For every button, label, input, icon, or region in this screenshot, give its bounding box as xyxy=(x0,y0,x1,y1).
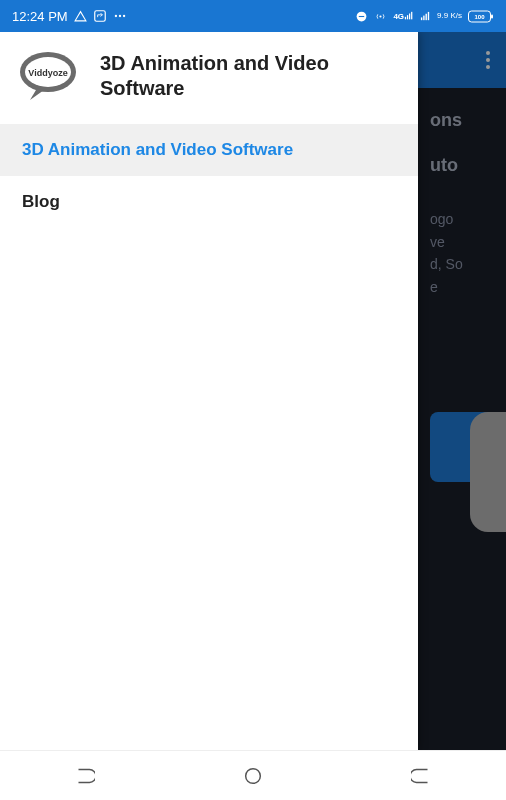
nav-item-label: Blog xyxy=(22,192,60,211)
dnd-icon xyxy=(355,10,368,23)
svg-rect-5 xyxy=(359,15,364,16)
svg-rect-14 xyxy=(428,11,429,19)
svg-point-21 xyxy=(246,768,261,783)
nav-item-blog[interactable]: Blog xyxy=(0,176,418,228)
nav-item-3d-animation[interactable]: 3D Animation and Video Software xyxy=(0,124,418,176)
svg-text:100: 100 xyxy=(474,14,485,20)
triangle-icon xyxy=(74,10,87,23)
more-notifications-icon xyxy=(113,9,127,23)
svg-point-1 xyxy=(114,15,116,17)
drawer-title: 3D Animation and Video Software xyxy=(100,51,404,101)
battery-icon: 100 xyxy=(468,10,494,23)
status-bar: 12:24 PM 4G 9.9 K/s 100 xyxy=(0,0,506,32)
svg-rect-10 xyxy=(411,12,412,19)
svg-rect-12 xyxy=(423,15,424,20)
recents-button[interactable] xyxy=(56,760,112,792)
svg-rect-0 xyxy=(94,11,105,22)
drawer-header: Viddyoze 3D Animation and Video Software xyxy=(0,32,418,124)
home-button[interactable] xyxy=(225,760,281,792)
back-button[interactable] xyxy=(394,760,450,792)
svg-rect-16 xyxy=(491,14,493,18)
svg-point-2 xyxy=(118,15,120,17)
svg-rect-8 xyxy=(407,15,408,19)
signal-4g-icon: 4G xyxy=(393,11,414,21)
net-speed: 9.9 K/s xyxy=(437,12,462,20)
loop-square-icon xyxy=(93,9,107,23)
svg-rect-9 xyxy=(409,14,410,20)
signal-bars-icon xyxy=(420,11,431,22)
clock: 12:24 PM xyxy=(12,9,68,24)
status-right: 4G 9.9 K/s 100 xyxy=(355,10,494,23)
svg-point-3 xyxy=(123,15,125,17)
svg-point-6 xyxy=(380,15,382,17)
system-navigation-bar xyxy=(0,750,506,800)
svg-rect-13 xyxy=(426,13,427,19)
svg-rect-7 xyxy=(405,17,406,19)
svg-rect-11 xyxy=(421,17,422,20)
svg-text:Viddyoze: Viddyoze xyxy=(28,68,67,78)
nav-item-label: 3D Animation and Video Software xyxy=(22,140,293,159)
hotspot-icon xyxy=(374,10,387,23)
navigation-drawer: Viddyoze 3D Animation and Video Software… xyxy=(0,32,418,750)
app-logo: Viddyoze xyxy=(18,50,82,102)
status-left: 12:24 PM xyxy=(12,9,127,24)
